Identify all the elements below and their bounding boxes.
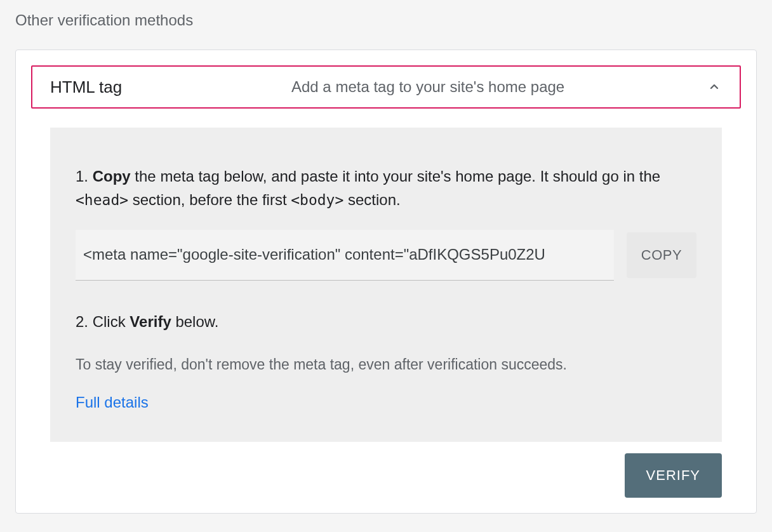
step-1-code-head: <head> (76, 192, 128, 208)
full-details-link[interactable]: Full details (76, 394, 149, 411)
method-panel: 1. Copy the meta tag below, and paste it… (50, 128, 722, 442)
copy-button[interactable]: COPY (627, 232, 696, 278)
step-1-code-body: <body> (291, 192, 343, 208)
step-1-suffix: section. (343, 191, 400, 208)
verification-note: To stay verified, don't remove the meta … (76, 356, 696, 373)
verification-card: HTML tag Add a meta tag to your site's h… (15, 50, 757, 514)
step-1: 1. Copy the meta tag below, and paste it… (76, 164, 696, 212)
step-1-prefix: 1. (76, 168, 93, 185)
meta-tag-row: COPY (76, 230, 696, 281)
method-subtitle: Add a meta tag to your site's home page (291, 78, 707, 96)
step-1-mid2: section, before the first (128, 191, 291, 208)
step-2-prefix: 2. Click (76, 313, 130, 330)
step-2-bold: Verify (130, 313, 171, 330)
step-1-bold: Copy (93, 168, 131, 185)
step-2-suffix: below. (171, 313, 219, 330)
chevron-up-icon (707, 79, 722, 95)
verify-button[interactable]: VERIFY (625, 453, 722, 498)
meta-tag-input[interactable] (76, 230, 614, 281)
method-header-html-tag[interactable]: HTML tag Add a meta tag to your site's h… (31, 65, 741, 109)
method-title: HTML tag (50, 77, 291, 97)
step-1-mid1: the meta tag below, and paste it into yo… (131, 168, 660, 185)
section-title: Other verification methods (15, 0, 757, 50)
step-2: 2. Click Verify below. (76, 310, 696, 333)
